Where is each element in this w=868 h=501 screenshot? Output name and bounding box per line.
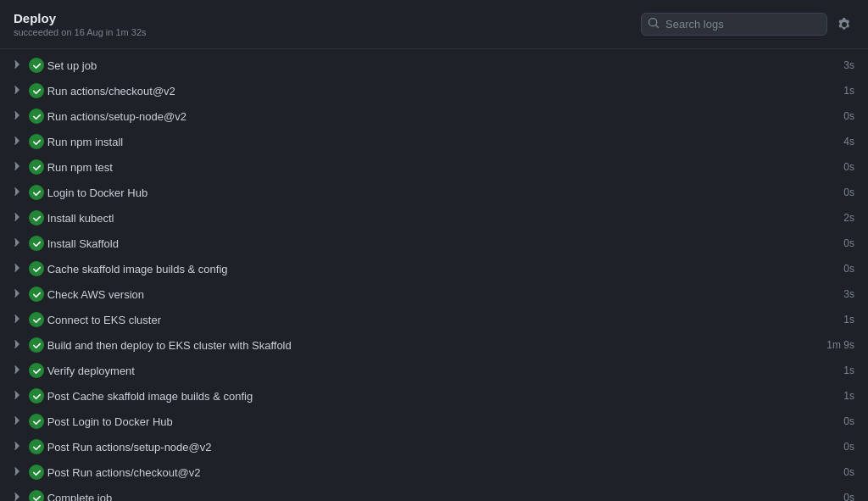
job-name: Check AWS version <box>47 288 821 301</box>
job-duration: 2s <box>821 212 854 224</box>
success-icon <box>29 312 44 327</box>
job-row[interactable]: Post Login to Docker Hub 0s <box>3 409 865 434</box>
chevron-right-icon <box>14 213 24 223</box>
job-duration: 4s <box>821 136 854 148</box>
job-name: Complete job <box>47 492 821 502</box>
job-name: Install kubectl <box>47 212 821 225</box>
chevron-right-icon <box>14 289 24 299</box>
success-icon <box>29 109 44 124</box>
chevron-right-icon <box>14 264 24 274</box>
chevron-right-icon <box>14 340 24 350</box>
chevron-right-icon <box>14 111 24 121</box>
success-icon <box>29 287 44 302</box>
job-row[interactable]: Cache skaffold image builds & config 0s <box>3 256 865 281</box>
job-row[interactable]: Post Run actions/checkout@v2 0s <box>3 459 865 485</box>
success-icon <box>29 83 44 98</box>
job-name: Post Cache skaffold image builds & confi… <box>47 390 821 403</box>
success-icon <box>29 490 44 501</box>
job-name: Post Run actions/setup-node@v2 <box>47 441 821 454</box>
chevron-right-icon <box>14 391 24 401</box>
job-row[interactable]: Run actions/checkout@v2 1s <box>3 78 865 103</box>
chevron-right-icon <box>14 365 24 376</box>
gear-icon <box>837 18 851 31</box>
job-duration: 0s <box>821 492 854 501</box>
success-icon <box>29 465 44 480</box>
success-icon <box>29 388 44 404</box>
job-name: Build and then deploy to EKS cluster wit… <box>47 339 821 352</box>
settings-button[interactable] <box>834 14 854 35</box>
success-icon <box>29 134 44 149</box>
job-name: Run actions/checkout@v2 <box>47 85 821 97</box>
success-icon <box>29 261 44 276</box>
job-duration: 1s <box>821 365 854 376</box>
job-duration: 1s <box>821 390 854 402</box>
job-duration: 0s <box>821 263 854 275</box>
success-icon <box>29 210 44 225</box>
job-duration: 1s <box>821 85 854 97</box>
chevron-right-icon <box>14 136 24 147</box>
job-row[interactable]: Complete job 0s <box>3 485 865 501</box>
chevron-right-icon <box>14 60 24 70</box>
job-row[interactable]: Post Run actions/setup-node@v2 0s <box>3 434 865 459</box>
success-icon <box>29 337 44 353</box>
success-icon <box>29 414 44 429</box>
job-name: Post Login to Docker Hub <box>47 415 821 428</box>
job-duration: 0s <box>821 110 854 122</box>
job-duration: 0s <box>821 415 854 427</box>
job-duration: 0s <box>821 186 854 198</box>
job-duration: 0s <box>821 161 854 173</box>
job-row[interactable]: Connect to EKS cluster 1s <box>3 307 865 332</box>
chevron-right-icon <box>14 315 24 325</box>
job-row[interactable]: Login to Docker Hub 0s <box>3 180 865 205</box>
job-name: Post Run actions/checkout@v2 <box>47 466 821 479</box>
job-name: Connect to EKS cluster <box>47 314 821 326</box>
job-duration: 1s <box>821 314 854 326</box>
chevron-right-icon <box>14 493 24 501</box>
chevron-right-icon <box>14 416 24 426</box>
chevron-right-icon <box>14 187 24 198</box>
header: Deploy succeeded on 16 Aug in 1m 32s <box>0 0 868 49</box>
job-row[interactable]: Install Skaffold 0s <box>3 231 865 256</box>
chevron-right-icon <box>14 162 24 172</box>
job-duration: 1m 9s <box>821 339 854 351</box>
success-icon <box>29 185 44 200</box>
job-name: Set up job <box>47 59 821 72</box>
job-row[interactable]: Run actions/setup-node@v2 0s <box>3 103 865 129</box>
job-duration: 0s <box>821 237 854 249</box>
job-row[interactable]: Verify deployment 1s <box>3 358 865 383</box>
job-row[interactable]: Run npm install 4s <box>3 129 865 154</box>
success-icon <box>29 159 44 175</box>
job-list: Set up job 3s Run actions/checkout@v2 1s <box>0 49 868 501</box>
job-name: Install Skaffold <box>47 237 821 250</box>
chevron-right-icon <box>14 442 24 452</box>
search-input[interactable] <box>641 13 827 36</box>
job-row[interactable]: Set up job 3s <box>3 53 865 78</box>
job-duration: 0s <box>821 441 854 453</box>
job-duration: 3s <box>821 59 854 71</box>
job-name: Login to Docker Hub <box>47 186 821 199</box>
success-icon <box>29 439 44 454</box>
job-row[interactable]: Install kubectl 2s <box>3 205 865 231</box>
chevron-right-icon <box>14 86 24 96</box>
success-icon <box>29 363 44 378</box>
chevron-right-icon <box>14 238 24 248</box>
job-row[interactable]: Run npm test 0s <box>3 154 865 180</box>
job-name: Verify deployment <box>47 365 821 377</box>
page-subtitle: succeeded on 16 Aug in 1m 32s <box>14 27 147 37</box>
job-name: Run npm install <box>47 136 821 148</box>
job-name: Run actions/setup-node@v2 <box>47 110 821 123</box>
job-name: Cache skaffold image builds & config <box>47 263 821 276</box>
job-duration: 0s <box>821 466 854 478</box>
job-name: Run npm test <box>47 161 821 174</box>
chevron-right-icon <box>14 467 24 477</box>
job-row[interactable]: Build and then deploy to EKS cluster wit… <box>3 332 865 358</box>
success-icon <box>29 236 44 251</box>
job-duration: 3s <box>821 288 854 300</box>
success-icon <box>29 58 44 73</box>
job-row[interactable]: Check AWS version 3s <box>3 281 865 307</box>
job-row[interactable]: Post Cache skaffold image builds & confi… <box>3 383 865 409</box>
page-title: Deploy <box>14 11 147 25</box>
